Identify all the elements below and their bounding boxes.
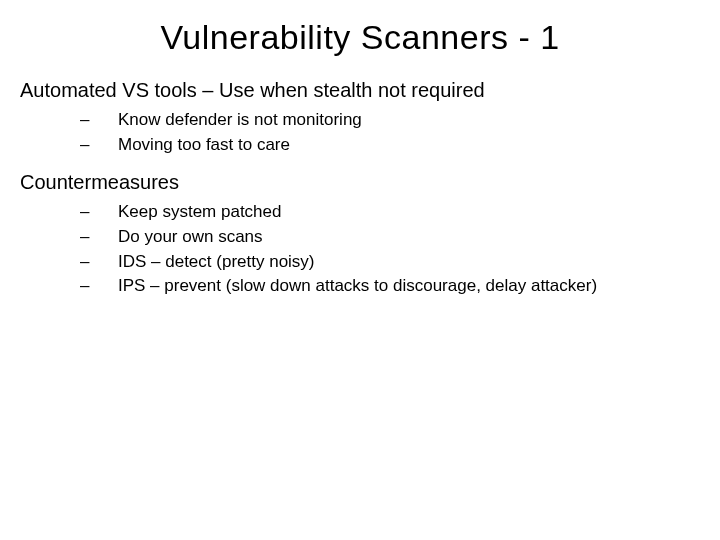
- dash-icon: –: [80, 225, 118, 250]
- dash-icon: –: [80, 200, 118, 225]
- list-item: – IPS – prevent (slow down attacks to di…: [80, 274, 700, 299]
- section-heading: Automated VS tools – Use when stealth no…: [20, 79, 700, 102]
- list-item: – Do your own scans: [80, 225, 700, 250]
- slide-title: Vulnerability Scanners - 1: [20, 18, 700, 57]
- section-heading: Countermeasures: [20, 171, 700, 194]
- dash-icon: –: [80, 133, 118, 158]
- item-text: Moving too fast to care: [118, 133, 700, 158]
- dash-icon: –: [80, 250, 118, 275]
- list-item: – Keep system patched: [80, 200, 700, 225]
- item-text: IDS – detect (pretty noisy): [118, 250, 700, 275]
- item-text: Know defender is not monitoring: [118, 108, 700, 133]
- list-item: – Know defender is not monitoring: [80, 108, 700, 133]
- item-text: IPS – prevent (slow down attacks to disc…: [118, 274, 700, 299]
- item-text: Keep system patched: [118, 200, 700, 225]
- item-text: Do your own scans: [118, 225, 700, 250]
- dash-icon: –: [80, 274, 118, 299]
- list-item: – IDS – detect (pretty noisy): [80, 250, 700, 275]
- dash-icon: –: [80, 108, 118, 133]
- sublist: – Know defender is not monitoring – Movi…: [80, 108, 700, 157]
- slide: Vulnerability Scanners - 1 Automated VS …: [0, 0, 720, 540]
- list-item: – Moving too fast to care: [80, 133, 700, 158]
- sublist: – Keep system patched – Do your own scan…: [80, 200, 700, 299]
